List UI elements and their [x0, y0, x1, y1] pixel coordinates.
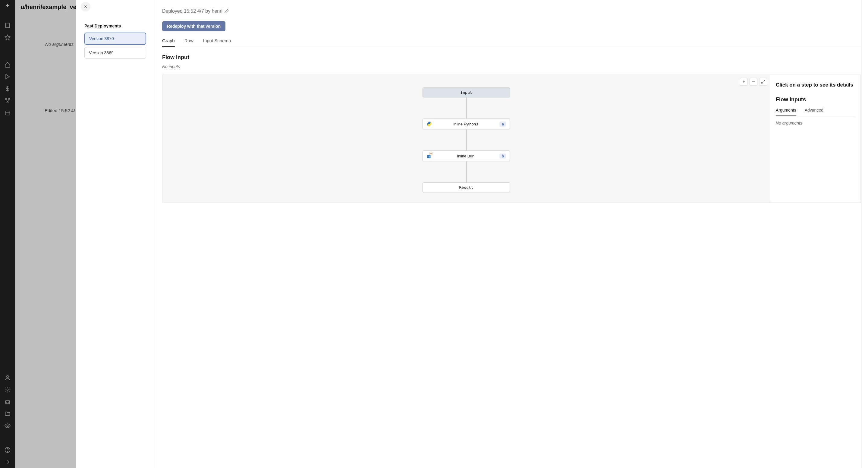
deployed-text: Deployed 15:52 4/7 by henri	[162, 8, 222, 14]
dollar-icon[interactable]	[4, 86, 10, 92]
bun-ts-icon: TS	[427, 153, 432, 158]
step-b-label: Inline Bun	[432, 154, 456, 158]
calendar-icon[interactable]	[4, 110, 10, 116]
play-icon[interactable]	[4, 74, 10, 80]
flow-input-title: Flow Input	[162, 54, 456, 61]
deployed-info: Deployed 15:52 4/7 by henri	[162, 8, 456, 14]
svg-point-32	[430, 153, 431, 153]
version-3870-button[interactable]: Version 3870	[84, 33, 146, 45]
svg-marker-4	[6, 75, 9, 79]
deployment-detail: Deployed 15:52 4/7 by henri Redeploy wit…	[155, 0, 456, 246]
tab-input-schema[interactable]: Input Schema	[203, 37, 231, 47]
nodes-icon[interactable]	[4, 98, 10, 104]
star-icon[interactable]	[4, 34, 10, 40]
no-inputs-text: No inputs	[162, 64, 456, 69]
flow-node-input[interactable]: Input	[423, 87, 456, 97]
deployment-drawer: Past Deployments Version 3870 Version 38…	[76, 0, 456, 246]
graph-canvas[interactable]: Input Inline Python3 a TS	[162, 75, 456, 203]
app-sidebar	[0, 0, 15, 246]
svg-point-33	[431, 153, 432, 153]
redeploy-button[interactable]: Redeploy with that version	[162, 21, 225, 31]
flow-node-step-a[interactable]: Inline Python3 a	[423, 118, 456, 129]
close-icon	[84, 4, 88, 9]
svg-point-8	[7, 101, 8, 103]
flow-area: Input Inline Python3 a TS	[162, 75, 456, 203]
svg-line-9	[7, 100, 7, 101]
svg-rect-11	[5, 111, 10, 115]
tab-graph[interactable]: Graph	[162, 37, 175, 47]
logo-icon[interactable]	[4, 3, 11, 10]
home-icon[interactable]	[4, 61, 10, 67]
close-button[interactable]	[81, 2, 90, 11]
past-deployments-title: Past Deployments	[84, 24, 146, 28]
svg-line-10	[8, 100, 9, 101]
svg-text:TS: TS	[427, 155, 430, 158]
flow-nodes: Input Inline Python3 a TS	[423, 87, 456, 193]
step-a-label: Inline Python3	[432, 122, 456, 126]
python-icon	[427, 121, 432, 127]
flow-node-result[interactable]: Result	[423, 182, 456, 193]
version-3869-button[interactable]: Version 3869	[84, 47, 146, 59]
past-deployments-panel: Past Deployments Version 3870 Version 38…	[76, 0, 155, 246]
tab-raw[interactable]: Raw	[184, 37, 193, 47]
flow-node-step-b[interactable]: TS Inline Bun b	[423, 150, 456, 161]
svg-point-31	[429, 152, 433, 155]
svg-rect-0	[5, 23, 9, 28]
pencil-icon[interactable]	[224, 9, 229, 13]
detail-tabs: Graph Raw Input Schema	[162, 37, 456, 47]
building-icon[interactable]	[4, 22, 10, 28]
svg-marker-3	[5, 35, 10, 40]
